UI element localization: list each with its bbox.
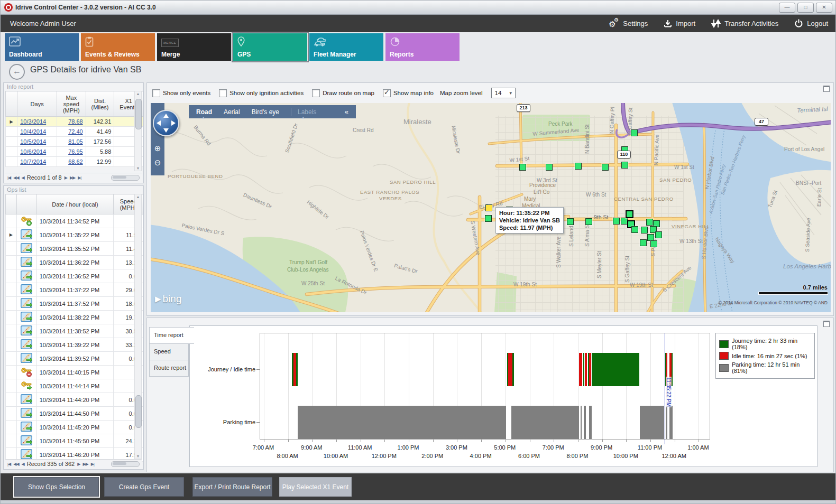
pan-up-icon[interactable] <box>163 114 169 118</box>
pager-next-button[interactable]: ▶ <box>65 175 67 180</box>
pager-prevpage-button[interactable]: ◀◀ <box>13 462 19 466</box>
max-speed-link[interactable]: 76.95 <box>68 148 83 155</box>
info-report-vscrollbar[interactable]: ▲▼ <box>134 91 142 171</box>
map-zoom-in-button[interactable]: ⊕ <box>152 143 163 154</box>
logout-button[interactable]: Logout <box>794 19 828 28</box>
table-row[interactable]: 10/3/2014 11:39:22 PM33.21 <box>6 338 143 352</box>
map-marker[interactable] <box>631 226 638 233</box>
map-style-aerial[interactable]: Aerial <box>224 108 240 116</box>
map-marker[interactable] <box>650 240 657 247</box>
pager-last-button[interactable]: ▶| <box>78 175 81 180</box>
map-marker[interactable] <box>567 218 574 225</box>
map-panel-restore-icon[interactable] <box>823 86 830 92</box>
table-row[interactable]: 10/3/2014 11:44:14 PM <box>6 379 143 393</box>
table-row[interactable]: 10/3/2014 11:34:52 PM <box>6 214 143 228</box>
table-row[interactable]: 10/3/2014 11:40:15 PM <box>6 366 143 379</box>
pan-down-icon[interactable] <box>163 128 169 133</box>
date-link[interactable]: 10/7/2014 <box>20 158 46 165</box>
map-marker-selected[interactable] <box>485 204 492 211</box>
pager-hscrollbar[interactable] <box>111 175 140 181</box>
pan-right-icon[interactable] <box>171 120 176 126</box>
date-link[interactable]: 10/3/2014 <box>20 118 46 125</box>
create-gps-event-button[interactable]: Create Gps Event <box>104 477 184 497</box>
max-speed-link[interactable]: 81.05 <box>68 138 83 145</box>
settings-button[interactable]: ⚙⚙Settings <box>609 19 648 29</box>
map-view[interactable]: Burma RdSouthfield DrCrest RdMiralesteMi… <box>151 103 831 312</box>
max-speed-link[interactable]: 68.62 <box>68 158 83 165</box>
max-speed-link[interactable]: 72.40 <box>68 128 83 135</box>
import-button[interactable]: Import <box>664 20 695 28</box>
table-row[interactable]: 10/3/2014 11:36:22 PM13.28 <box>6 256 143 269</box>
table-row[interactable]: 10/3/2014 11:45:50 PM24.75 <box>6 434 143 448</box>
map-marker[interactable] <box>640 239 647 246</box>
show-gps-selection-button[interactable]: Show Gps Selection <box>14 477 99 497</box>
map-style-bird-s-eye[interactable]: Bird's eye <box>252 108 279 116</box>
map-marker[interactable] <box>575 163 582 170</box>
checkbox-show-map-info[interactable]: Show map info <box>383 89 434 97</box>
pager-nextpage-button[interactable]: ▶▶ <box>70 175 75 180</box>
maximize-button[interactable]: □ <box>797 3 814 13</box>
table-row[interactable]: 10/3/2014 11:44:50 PM0.00 <box>6 407 143 421</box>
nav-tile-reports[interactable]: Reports <box>385 33 460 61</box>
pager-prevpage-button[interactable]: ◀◀ <box>13 175 19 180</box>
nav-tile-gps[interactable]: GPS <box>233 33 307 61</box>
pager-first-button[interactable]: |◀ <box>7 462 11 466</box>
table-row[interactable]: 10/4/201472.4041.49 <box>6 127 143 137</box>
back-button[interactable]: ← <box>9 64 25 80</box>
export-print-route-report-button[interactable]: Export / Print Route Report <box>192 477 272 497</box>
table-row[interactable]: ▶10/3/201478.68142.31 <box>6 117 143 127</box>
pager-hscrollbar[interactable] <box>111 461 140 467</box>
checkbox-draw-route-on-map[interactable]: Draw route on map <box>312 89 374 97</box>
date-link[interactable]: 10/6/2014 <box>20 148 46 155</box>
table-row[interactable]: 10/3/2014 11:38:52 PM30.55 <box>6 324 143 338</box>
map-compass[interactable] <box>153 110 179 136</box>
date-link[interactable]: 10/5/2014 <box>20 138 46 145</box>
pager-nextpage-button[interactable]: ▶▶ <box>82 462 88 466</box>
nav-tile-events[interactable]: Events & Reviews <box>81 33 155 61</box>
map-zoom-select[interactable]: 14 ▼ <box>491 88 516 98</box>
map-marker[interactable] <box>641 227 648 234</box>
map-marker[interactable] <box>485 215 492 222</box>
table-row[interactable]: 10/5/201481.05172.56 <box>6 137 143 147</box>
close-button[interactable]: ✕ <box>816 3 832 13</box>
nav-tile-merge[interactable]: MERGEMerge <box>157 33 231 61</box>
nav-tile-dashboard[interactable]: Dashboard <box>5 33 79 61</box>
table-row[interactable]: ▶10/3/2014 11:35:22 PM11.97 <box>6 228 143 242</box>
pager-prev-button[interactable]: ◀ <box>22 175 24 180</box>
map-marker[interactable] <box>655 231 662 238</box>
tab-route-report[interactable]: Route report <box>149 360 189 377</box>
table-row[interactable]: 10/3/2014 11:35:52 PM11.47 <box>6 242 143 256</box>
map-marker[interactable] <box>626 210 633 218</box>
table-row[interactable]: 10/3/2014 11:37:52 PM18.63 <box>6 297 143 311</box>
table-row[interactable]: 10/6/201476.955.88 <box>6 147 143 157</box>
table-row[interactable]: 10/3/2014 11:38:22 PM19.70 <box>6 311 143 324</box>
map-marker[interactable] <box>621 162 628 169</box>
map-style-road[interactable]: Road <box>196 108 212 116</box>
date-link[interactable]: 10/4/2014 <box>20 128 46 135</box>
map-marker[interactable] <box>602 164 609 171</box>
map-zoom-out-button[interactable]: ⊖ <box>152 157 163 168</box>
map-marker[interactable] <box>613 218 620 225</box>
pager-last-button[interactable]: ▶| <box>91 462 94 466</box>
table-row[interactable]: 10/3/2014 11:45:20 PM0.00 <box>6 421 143 434</box>
max-speed-link[interactable]: 78.68 <box>68 118 83 125</box>
checkbox-show-only-events[interactable]: Show only events <box>152 89 210 97</box>
minimize-button[interactable]: — <box>779 3 795 13</box>
chart-panel-restore-icon[interactable] <box>823 321 830 327</box>
tab-speed-graphic[interactable]: Speed graphic <box>149 343 189 360</box>
pager-first-button[interactable]: |◀ <box>7 175 11 180</box>
map-marker[interactable] <box>646 219 653 226</box>
toolbar-collapse-button[interactable]: « <box>345 108 348 116</box>
pager-prev-button[interactable]: ◀ <box>22 462 24 466</box>
table-row[interactable]: 10/3/2014 11:37:22 PM29.05 <box>6 283 143 297</box>
table-row[interactable]: 10/3/2014 11:44:20 PM0.00 <box>6 393 143 407</box>
table-row[interactable]: 10/3/2014 11:36:52 PM0.00 <box>6 269 143 283</box>
checkbox-show-only-ignition-activities[interactable]: Show only ignition activities <box>219 89 304 97</box>
map-marker[interactable] <box>519 164 526 171</box>
transfer-button[interactable]: Transfer Activities <box>711 19 778 28</box>
map-marker[interactable] <box>631 129 638 136</box>
map-marker[interactable] <box>585 218 592 225</box>
map-marker[interactable] <box>546 164 553 171</box>
pan-left-icon[interactable] <box>157 120 161 126</box>
nav-tile-fleet[interactable]: Fleet Manager <box>309 33 383 61</box>
